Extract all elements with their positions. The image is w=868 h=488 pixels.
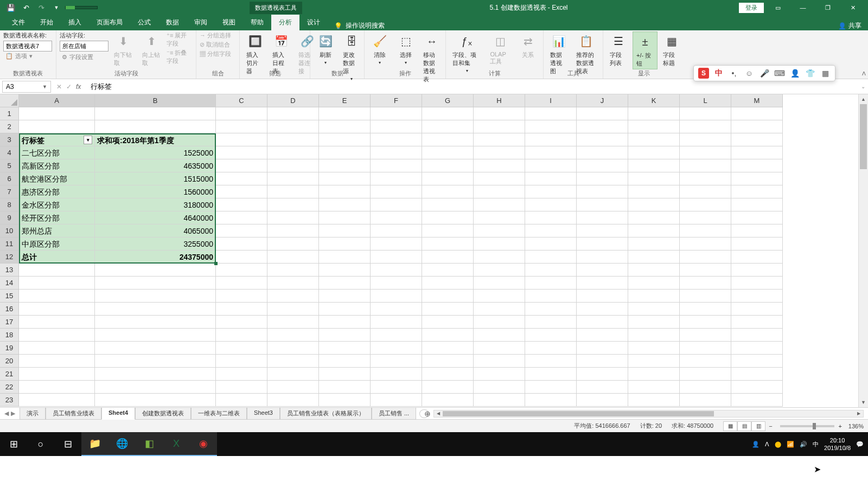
recorder-taskbar[interactable]: ◉ — [190, 432, 217, 456]
cell-G7[interactable] — [422, 185, 474, 198]
cell-E16[interactable] — [319, 303, 371, 316]
column-header-F[interactable]: F — [371, 94, 422, 107]
column-header-I[interactable]: I — [525, 94, 577, 107]
cell-C7[interactable] — [216, 185, 267, 198]
cell-I5[interactable] — [525, 159, 577, 172]
cell-G12[interactable] — [422, 251, 474, 264]
enter-formula-icon[interactable]: ✓ — [66, 83, 72, 91]
cell-B16[interactable] — [95, 303, 216, 316]
column-header-H[interactable]: H — [474, 94, 525, 107]
cell-C6[interactable] — [216, 172, 267, 185]
cell-J8[interactable] — [577, 198, 628, 211]
cell-B11[interactable]: 3255000 — [95, 237, 216, 251]
cell-H15[interactable] — [474, 290, 525, 303]
cell-E13[interactable] — [319, 264, 371, 277]
cell-L14[interactable] — [680, 277, 731, 290]
save-icon[interactable]: 💾 — [7, 3, 15, 12]
cell-I10[interactable] — [525, 224, 577, 237]
cell-B18[interactable] — [95, 329, 216, 342]
cell-G14[interactable] — [422, 277, 474, 290]
tell-me-search[interactable]: 💡 操作说明搜索 — [334, 21, 385, 30]
cell-H3[interactable] — [474, 133, 525, 146]
cell-E23[interactable] — [319, 394, 371, 407]
cell-M22[interactable] — [731, 381, 783, 394]
cell-C16[interactable] — [216, 303, 267, 316]
cell-H11[interactable] — [474, 237, 525, 251]
cell-D17[interactable] — [267, 316, 319, 329]
cell-C17[interactable] — [216, 316, 267, 329]
cell-H16[interactable] — [474, 303, 525, 316]
cell-I9[interactable] — [525, 211, 577, 224]
tab-help[interactable]: 帮助 — [243, 15, 271, 30]
cell-K9[interactable] — [628, 211, 680, 224]
cell-C19[interactable] — [216, 342, 267, 355]
cell-F17[interactable] — [371, 316, 422, 329]
cell-K21[interactable] — [628, 368, 680, 381]
cancel-formula-icon[interactable]: ✕ — [56, 83, 62, 91]
sheet-tab-2[interactable]: Sheet4 — [101, 408, 135, 420]
tab-analyze[interactable]: 分析 — [271, 15, 299, 30]
cell-K14[interactable] — [628, 277, 680, 290]
cell-L11[interactable] — [680, 237, 731, 251]
row-header-15[interactable]: 15 — [0, 290, 19, 303]
cell-D2[interactable] — [267, 120, 319, 133]
cell-J4[interactable] — [577, 146, 628, 159]
name-box[interactable]: A3 ▼ — [2, 81, 51, 93]
cell-E9[interactable] — [319, 211, 371, 224]
cell-A21[interactable] — [19, 368, 95, 381]
cell-B12[interactable]: 24375000 — [95, 251, 216, 264]
cell-E21[interactable] — [319, 368, 371, 381]
row-header-23[interactable]: 23 — [0, 394, 19, 407]
cell-K3[interactable] — [628, 133, 680, 146]
cell-G17[interactable] — [422, 316, 474, 329]
row-label-filter-icon[interactable]: ▾ — [84, 136, 92, 144]
column-header-A[interactable]: A — [19, 94, 95, 107]
cell-H17[interactable] — [474, 316, 525, 329]
cell-L20[interactable] — [680, 355, 731, 368]
cell-H14[interactable] — [474, 277, 525, 290]
cell-F7[interactable] — [371, 185, 422, 198]
cell-K1[interactable] — [628, 107, 680, 120]
cell-E12[interactable] — [319, 251, 371, 264]
active-field-input[interactable] — [60, 41, 108, 52]
row-header-20[interactable]: 20 — [0, 355, 19, 368]
sheet-tab-6[interactable]: 员工销售业绩表（表格展示） — [280, 408, 372, 420]
cell-I18[interactable] — [525, 329, 577, 342]
cell-J16[interactable] — [577, 303, 628, 316]
cell-F10[interactable] — [371, 224, 422, 237]
cell-D6[interactable] — [267, 172, 319, 185]
cell-F12[interactable] — [371, 251, 422, 264]
cell-D13[interactable] — [267, 264, 319, 277]
cell-E4[interactable] — [319, 146, 371, 159]
cell-K23[interactable] — [628, 394, 680, 407]
ime-lang-icon[interactable]: 中 — [713, 68, 724, 79]
cell-B13[interactable] — [95, 264, 216, 277]
cell-D16[interactable] — [267, 303, 319, 316]
maximize-icon[interactable]: ❐ — [817, 0, 839, 15]
qat-dropdown-icon[interactable]: ▼ — [52, 3, 61, 12]
cell-H13[interactable] — [474, 264, 525, 277]
cell-F22[interactable] — [371, 381, 422, 394]
cell-B19[interactable] — [95, 342, 216, 355]
row-header-11[interactable]: 11 — [0, 237, 19, 251]
options-button[interactable]: 📋 选项 ▾ — [3, 52, 53, 61]
scroll-up-icon[interactable]: ▲ — [859, 94, 868, 104]
tab-data[interactable]: 数据 — [158, 15, 187, 30]
row-header-2[interactable]: 2 — [0, 120, 19, 133]
cell-B23[interactable] — [95, 394, 216, 407]
cell-A1[interactable] — [19, 107, 95, 120]
cell-L6[interactable] — [680, 172, 731, 185]
cell-L17[interactable] — [680, 316, 731, 329]
cell-K17[interactable] — [628, 316, 680, 329]
cell-M6[interactable] — [731, 172, 783, 185]
row-header-1[interactable]: 1 — [0, 107, 19, 120]
cell-M12[interactable] — [731, 251, 783, 264]
cell-G16[interactable] — [422, 303, 474, 316]
redo-icon[interactable]: ↷ — [37, 3, 46, 12]
cell-E6[interactable] — [319, 172, 371, 185]
cell-J21[interactable] — [577, 368, 628, 381]
cell-F18[interactable] — [371, 329, 422, 342]
cell-G21[interactable] — [422, 368, 474, 381]
cell-K20[interactable] — [628, 355, 680, 368]
cell-K16[interactable] — [628, 303, 680, 316]
